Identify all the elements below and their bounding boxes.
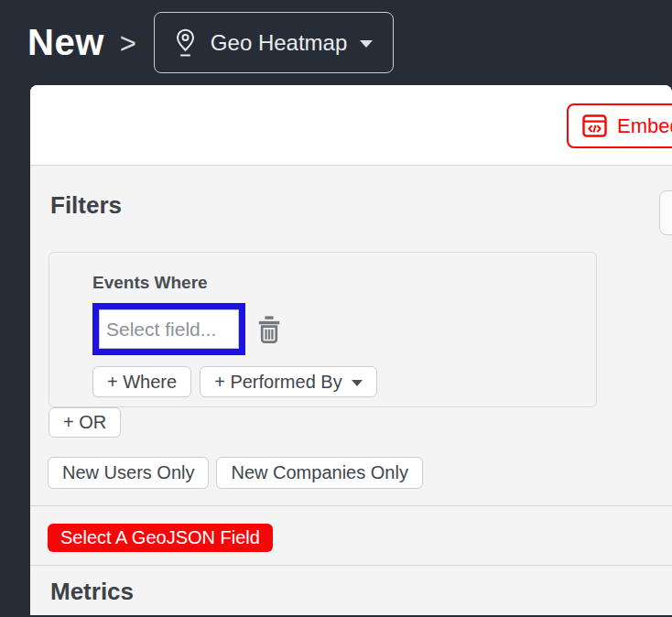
card-body: Filters Events Where Select field... bbox=[30, 166, 672, 613]
caret-down-icon bbox=[360, 40, 373, 48]
top-bar: New > Geo Heatmap bbox=[0, 0, 672, 85]
filter-group: Events Where Select field... bbox=[49, 252, 597, 407]
metrics-heading: Metrics bbox=[50, 578, 134, 606]
embed-button-label: Embed bbox=[617, 114, 672, 138]
embed-button[interactable]: Embed bbox=[567, 103, 672, 148]
report-type-label: Geo Heatmap bbox=[211, 30, 347, 56]
report-type-dropdown[interactable]: Geo Heatmap bbox=[154, 12, 394, 73]
add-or-label: + OR bbox=[63, 412, 106, 433]
trash-icon bbox=[255, 315, 285, 344]
location-pin-icon bbox=[173, 28, 198, 57]
new-companies-only-label: New Companies Only bbox=[231, 462, 407, 483]
filters-heading: Filters bbox=[50, 191, 122, 220]
embed-code-icon bbox=[582, 114, 607, 137]
select-geojson-field-button[interactable]: Select A GeoJSON Field bbox=[48, 524, 273, 552]
performed-by-dropdown[interactable]: + Performed By bbox=[200, 366, 377, 397]
add-where-label: + Where bbox=[107, 372, 177, 393]
filter-group-actions: + Where + Performed By bbox=[92, 366, 377, 397]
add-or-button[interactable]: + OR bbox=[49, 407, 121, 438]
caret-down-icon bbox=[352, 380, 363, 386]
section-divider bbox=[30, 565, 672, 566]
report-card: Embed Filters Events Where Select field.… bbox=[30, 85, 672, 615]
add-where-button[interactable]: + Where bbox=[92, 366, 191, 397]
app-root: { "header": { "breadcrumb_root": "New", … bbox=[0, 0, 672, 617]
new-users-only-button[interactable]: New Users Only bbox=[48, 457, 209, 489]
new-companies-only-button[interactable]: New Companies Only bbox=[216, 457, 422, 489]
page-title: New bbox=[27, 22, 104, 63]
delete-filter-button[interactable] bbox=[255, 315, 285, 344]
performed-by-label: + Performed By bbox=[214, 372, 342, 393]
breadcrumb-separator: > bbox=[120, 26, 136, 60]
card-toolbar: Embed bbox=[30, 85, 672, 166]
collapsed-right-button[interactable] bbox=[659, 190, 672, 235]
filter-group-title: Events Where bbox=[92, 273, 208, 293]
select-geojson-field-label: Select A GeoJSON Field bbox=[60, 527, 260, 548]
select-field-input[interactable]: Select field... bbox=[99, 309, 239, 349]
audience-toggle-row: New Users Only New Companies Only bbox=[48, 457, 423, 489]
new-users-only-label: New Users Only bbox=[62, 462, 194, 483]
select-field-highlight: Select field... bbox=[92, 303, 245, 355]
section-divider bbox=[30, 505, 672, 506]
